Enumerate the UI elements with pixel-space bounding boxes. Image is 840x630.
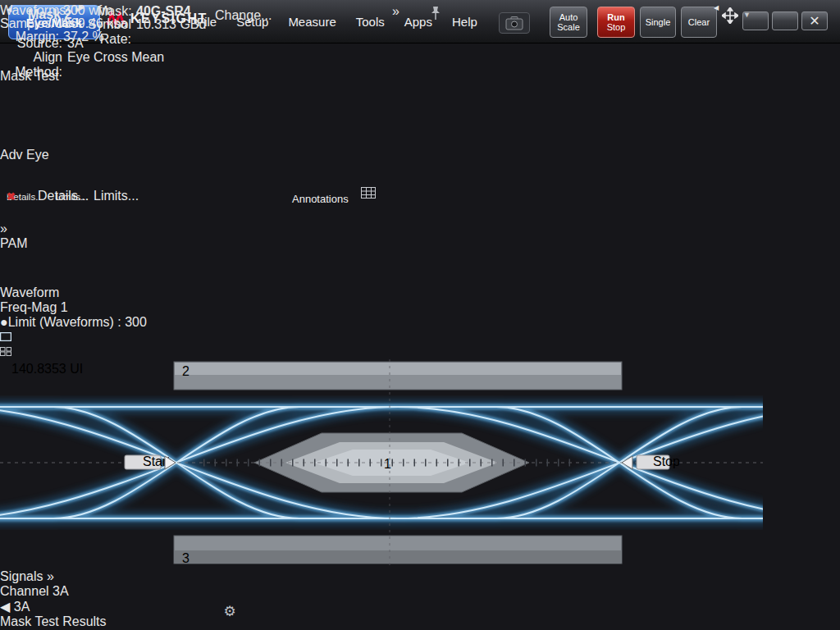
results-details-button[interactable]: Details... — [38, 189, 89, 208]
clear-label: Clear — [688, 17, 710, 27]
screen-capture-button[interactable] — [499, 12, 530, 34]
run-stop-button[interactable]: Run Stop — [597, 7, 635, 38]
maximize-button[interactable] — [772, 11, 798, 30]
chevrons-right-icon: » — [0, 221, 7, 235]
margin-label: Margin: — [0, 30, 59, 44]
limit-text: Limit (Waveforms) : 300 — [8, 315, 147, 329]
mask-region-3[interactable]: 3 — [174, 536, 622, 565]
delete-measurement-button[interactable]: ✖ — [7, 189, 31, 208]
results-back-button[interactable]: ◀ — [714, 4, 733, 23]
sidebar-item-pam[interactable]: PAM — [0, 236, 840, 285]
menu-tools[interactable]: Tools — [356, 15, 385, 29]
tab-freq-mag-1[interactable]: Freq-Mag 1 — [0, 300, 840, 315]
display-toolbar: ▼ — [0, 330, 840, 359]
camera-icon — [505, 16, 523, 30]
align-method-label: Align Method: — [0, 50, 62, 80]
single-display-button[interactable] — [0, 330, 840, 345]
waveform-label: Waveform — [0, 285, 59, 299]
pan-tool-dropdown[interactable]: ▼ — [743, 11, 751, 19]
align-method-value: Eye Cross Mean — [67, 50, 164, 65]
mask-region-3-label: 3 — [182, 551, 189, 565]
flexdca-window: Eye/Mask KEYSIGHT File Setup Measure Too… — [0, 0, 840, 630]
close-icon: ✕ — [809, 13, 819, 29]
change-mask-label: Change... — [215, 8, 272, 22]
limit-dot-icon: ● — [0, 315, 8, 329]
red-x-icon: ✖ — [7, 190, 16, 203]
sidebar-expand-button[interactable]: » — [0, 221, 840, 236]
timebase-span-label: 140.8353 UI — [11, 362, 83, 376]
results-limits-label: Limits... — [94, 189, 139, 203]
single-button[interactable]: Single — [640, 7, 676, 38]
chevrons-down-icon: » — [392, 4, 399, 18]
close-button[interactable]: ✕ — [801, 11, 828, 30]
change-mask-button[interactable]: Change... — [215, 8, 269, 26]
eye-diagram-canvas: 2 3 1 140.8353 UI Start — [0, 359, 763, 566]
collapse-panel-button[interactable]: » — [392, 4, 422, 22]
mask-test-panel-title: Mask Test — [0, 614, 59, 628]
signals-legend[interactable]: Signals » Channel 3A — [0, 569, 840, 599]
quad-pane-icon — [0, 347, 11, 356]
mask-region-2-label: 2 — [182, 364, 189, 378]
clear-button[interactable]: Clear — [681, 7, 717, 38]
pin-panel-button[interactable] — [430, 6, 441, 24]
channel-3a-axis-marker: ◀ 3A — [0, 599, 840, 614]
run-label: Run — [607, 12, 624, 22]
back-icon: ◀ — [714, 4, 719, 11]
eye-diagram-display[interactable]: 2 3 1 140.8353 UI Start — [0, 359, 840, 599]
waveform-tab-bar: Waveform ▶ Freq-Mag 1 ●Limit (Waveforms)… — [0, 285, 840, 330]
dropdown-icon: ▼ — [743, 11, 751, 19]
pin-icon — [430, 6, 441, 21]
legend-channel-label: Channel 3A — [0, 584, 69, 598]
margin-value: 37.2 % — [63, 30, 104, 44]
menu-help[interactable]: Help — [452, 15, 477, 29]
single-label: Single — [646, 17, 671, 27]
setup-gear-button[interactable]: ⚙ — [220, 601, 240, 621]
stop-marker-label: Stop — [653, 454, 680, 468]
limit-indicator: ●Limit (Waveforms) : 300 — [0, 315, 840, 330]
stop-label: Stop — [607, 22, 626, 32]
single-pane-icon — [0, 332, 11, 341]
mask-region-2[interactable]: 2 — [174, 362, 622, 390]
auto-scale-button[interactable]: Auto Scale — [550, 7, 587, 38]
auto-scale-label-2: Scale — [557, 22, 580, 32]
sidebar-item-adv-eye[interactable]: Adv Eye — [0, 148, 840, 221]
mask-region-1-label: 1 — [384, 457, 391, 471]
results-details-label: Details... — [38, 189, 89, 203]
legend-title: Signals — [0, 569, 43, 583]
symbol-rate-value: 10.313 GBd — [136, 17, 206, 32]
legend-collapse-icon[interactable]: » — [47, 569, 54, 583]
grid-table-icon — [361, 187, 376, 199]
results-limits-button[interactable]: Limits... — [94, 189, 141, 208]
quad-display-button[interactable] — [0, 345, 840, 359]
auto-scale-label-1: Auto — [559, 12, 578, 22]
annotations-label: Annotations — [292, 193, 349, 205]
start-marker[interactable]: Start — [125, 454, 176, 470]
gear-icon: ⚙ — [223, 603, 235, 620]
sidebar-item-mask-test[interactable]: Mask Test — [0, 69, 840, 148]
results-panel-title: Results — [62, 614, 106, 628]
menu-measure[interactable]: Measure — [288, 15, 336, 29]
results-grid-view-button[interactable] — [361, 187, 386, 208]
legend-channel-row[interactable]: Channel 3A — [0, 584, 840, 599]
lower-panel-header: Mask Test ▶ » ◀ Results — [0, 614, 840, 629]
